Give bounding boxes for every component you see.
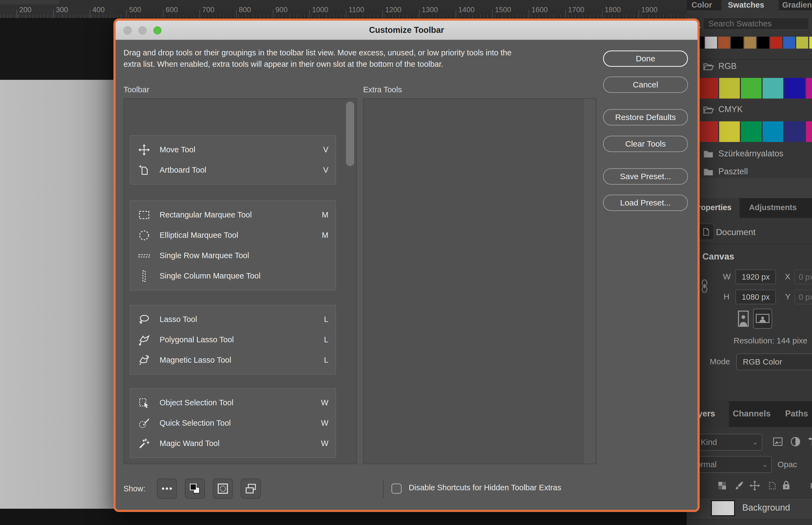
filter-image-icon[interactable] <box>772 436 783 447</box>
ruler-major-tick <box>492 10 493 18</box>
swatch[interactable] <box>731 36 743 49</box>
kind-label: Kind <box>701 438 717 447</box>
tool-row-single-column-marquee-tool[interactable]: Single Column Marquee Tool <box>130 266 335 286</box>
load-preset-button[interactable]: Load Preset... <box>603 195 688 211</box>
show-toggle-ellipsis-icon[interactable] <box>157 479 177 499</box>
document-icon-button[interactable] <box>698 223 714 240</box>
mode-value: RGB Color <box>743 357 782 366</box>
layer-row-background[interactable]: Background <box>687 498 812 520</box>
toolbar-list[interactable]: Move ToolVArtboard ToolVRectangular Marq… <box>123 98 357 464</box>
swatch-group-name[interactable]: CMYK <box>718 105 743 114</box>
tab-gradients[interactable]: Gradien <box>782 1 812 10</box>
tool-row-lasso-tool[interactable]: Lasso ToolL <box>130 309 335 330</box>
swatch[interactable] <box>719 121 740 142</box>
tool-group[interactable]: Rectangular Marquee ToolMElliptical Marq… <box>130 200 336 290</box>
tool-row-move-tool[interactable]: Move ToolV <box>130 139 335 160</box>
clear-tools-button[interactable]: Clear Tools <box>603 136 688 152</box>
swatch-group-name[interactable]: RGB <box>718 61 737 71</box>
mode-dropdown[interactable]: RGB Color <box>736 354 812 370</box>
ruler-label: 200 <box>19 6 31 14</box>
search-swatches-input[interactable]: Search Swatches <box>703 17 809 30</box>
swatch[interactable] <box>809 36 812 49</box>
tool-group[interactable]: Lasso ToolLPolygonal Lasso ToolLMagnetic… <box>130 305 336 375</box>
swatch-group-name[interactable]: Pasztell <box>718 167 748 177</box>
scrollbar-thumb[interactable] <box>346 102 354 166</box>
show-toggle-quick-mask-icon[interactable] <box>213 479 233 499</box>
folder-open-icon[interactable] <box>702 104 714 116</box>
lock-move-icon[interactable] <box>749 480 761 491</box>
show-toggle-fg-bg-colors-icon[interactable] <box>185 479 205 499</box>
swatch[interactable] <box>806 121 812 142</box>
swatch[interactable] <box>705 36 717 49</box>
dialog-titlebar[interactable]: Customize Toolbar <box>116 21 698 40</box>
swatch-group-name[interactable]: Szürkeárnyalatos <box>718 149 783 159</box>
tool-row-elliptical-marquee-tool[interactable]: Elliptical Marquee ToolM <box>130 225 335 245</box>
swatch[interactable] <box>806 78 812 99</box>
filter-type-icon[interactable] <box>807 436 812 447</box>
link-dimensions-icon[interactable] <box>700 278 709 294</box>
tab-swatches[interactable]: Swatches <box>728 1 764 10</box>
disable-shortcuts-checkbox[interactable] <box>391 483 402 494</box>
swatch[interactable] <box>757 36 769 49</box>
restore-defaults-button[interactable]: Restore Defaults <box>603 109 688 125</box>
ruler-label: 1500 <box>495 6 511 14</box>
cancel-button[interactable]: Cancel <box>603 77 688 93</box>
done-button[interactable]: Done <box>603 50 688 67</box>
folder-open-icon[interactable] <box>702 61 714 73</box>
quick-mask-icon <box>216 482 229 495</box>
tool-group[interactable]: Object Selection ToolWQuick Selection To… <box>130 388 336 458</box>
swatch[interactable] <box>741 121 762 142</box>
tab-channels[interactable]: Channels <box>733 409 771 419</box>
lock-all-icon[interactable] <box>780 479 792 491</box>
folder-closed-icon[interactable] <box>702 148 714 160</box>
swatch[interactable] <box>698 121 718 142</box>
layer-thumbnail[interactable] <box>711 500 735 516</box>
filter-adjustment-icon[interactable] <box>790 436 801 447</box>
tool-row-quick-selection-tool[interactable]: Quick Selection ToolW <box>130 413 335 433</box>
orientation-portrait-icon[interactable] <box>737 310 750 327</box>
canvas-width-field[interactable]: 1920 px <box>735 270 776 284</box>
tool-row-object-selection-tool[interactable]: Object Selection ToolW <box>130 392 335 413</box>
swatch[interactable] <box>796 36 808 49</box>
extra-tools-list[interactable] <box>363 98 597 464</box>
tool-row-artboard-tool[interactable]: Artboard ToolV <box>130 160 335 180</box>
lock-transparency-icon[interactable] <box>717 480 728 491</box>
swatch[interactable] <box>763 121 783 142</box>
tool-row-polygonal-lasso-tool[interactable]: Polygonal Lasso ToolL <box>130 330 335 350</box>
swatch[interactable] <box>784 121 805 142</box>
canvas-height-field[interactable]: 1080 px <box>735 290 776 304</box>
tab-color[interactable]: Color <box>691 1 712 10</box>
tool-name: Magnetic Lasso Tool <box>159 356 231 364</box>
ruler-label: 800 <box>239 6 251 14</box>
lock-paint-brush-icon[interactable] <box>734 480 745 491</box>
tool-group[interactable]: Move ToolVArtboard ToolV <box>130 135 336 184</box>
swatch[interactable] <box>718 36 730 49</box>
ruler-major-tick <box>199 10 200 18</box>
ruler-major-tick <box>419 10 419 18</box>
swatch[interactable] <box>784 78 805 99</box>
ruler-label: 700 <box>202 6 214 14</box>
lock-artboard-icon[interactable] <box>766 480 778 491</box>
canvas-x-label: X <box>785 272 790 281</box>
swatch[interactable] <box>770 36 782 49</box>
swatch[interactable] <box>763 78 783 99</box>
swatch[interactable] <box>783 36 795 49</box>
tool-name: Polygonal Lasso Tool <box>159 335 234 344</box>
swatch[interactable] <box>741 78 762 99</box>
swatch[interactable] <box>719 78 740 99</box>
save-preset-button[interactable]: Save Preset... <box>603 168 688 184</box>
document-tab-strip[interactable] <box>0 0 59 4</box>
tab-paths[interactable]: Paths <box>785 409 808 419</box>
folder-closed-icon[interactable] <box>702 166 714 178</box>
tool-row-single-row-marquee-tool[interactable]: Single Row Marquee Tool <box>130 245 335 266</box>
orientation-landscape-button[interactable] <box>753 309 772 329</box>
swatch[interactable] <box>698 78 718 99</box>
tool-shortcut: V <box>323 166 328 175</box>
tool-row-magic-wand-tool[interactable]: Magic Wand ToolW <box>130 433 335 454</box>
tool-row-magnetic-lasso-tool[interactable]: Magnetic Lasso ToolL <box>130 350 335 370</box>
ruler-major-tick <box>163 10 163 18</box>
show-toggle-screen-mode-icon[interactable] <box>241 479 261 499</box>
tool-row-rectangular-marquee-tool[interactable]: Rectangular Marquee ToolM <box>130 205 335 225</box>
tab-adjustments[interactable]: Adjustments <box>749 203 797 212</box>
swatch[interactable] <box>744 36 756 49</box>
